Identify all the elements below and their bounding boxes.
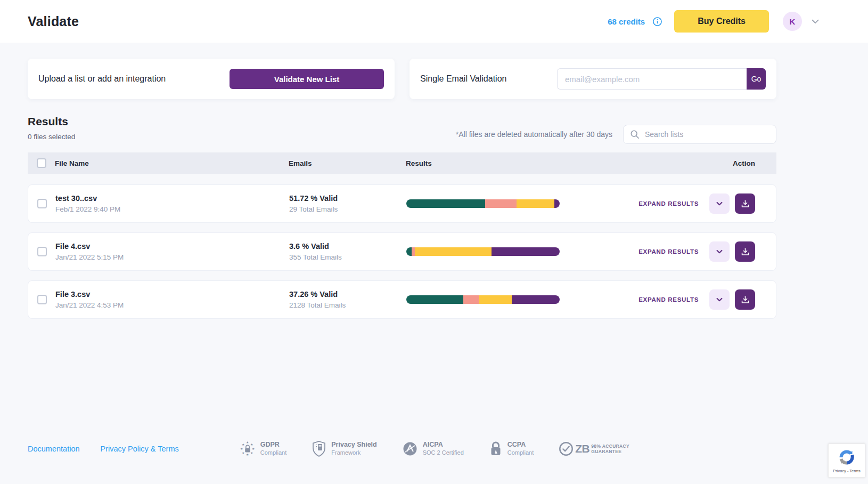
recaptcha-privacy-terms[interactable]: Privacy - Terms [833, 469, 861, 473]
table-row: test 30..csv Feb/1 2022 9:40 PM 51.72 % … [28, 184, 776, 223]
results-title: Results [28, 115, 75, 128]
privacy-shield-badge-text: Privacy Shield Framework [331, 441, 376, 456]
privacy-shield-badge: Privacy Shield Framework [311, 440, 376, 457]
chevron-down-icon [715, 199, 724, 208]
privacy-policy-link[interactable]: Privacy Policy & Terms [101, 445, 179, 453]
svg-text:★: ★ [250, 442, 253, 446]
svg-text:★: ★ [252, 447, 255, 450]
table-row: File 3.csv Jan/21 2022 4:53 PM 37.26 % V… [28, 280, 776, 319]
download-button[interactable] [735, 289, 755, 310]
file-name: File 3.csv [55, 290, 289, 299]
expand-results-link[interactable]: EXPAND RESULTS [638, 200, 699, 207]
bar-segment-teal [406, 295, 463, 304]
file-date: Jan/21 2022 4:53 PM [55, 301, 289, 309]
results-rows: test 30..csv Feb/1 2022 9:40 PM 51.72 % … [28, 184, 776, 319]
file-date: Feb/1 2022 9:40 PM [55, 205, 289, 213]
download-button[interactable] [735, 193, 755, 214]
search-icon [630, 130, 640, 139]
credits-link[interactable]: 68 credits [608, 17, 645, 26]
col-results: Results [406, 159, 733, 167]
svg-text:★: ★ [242, 451, 244, 455]
validate-new-list-button[interactable]: Validate New List [230, 69, 384, 89]
bar-segment-purple [492, 247, 560, 256]
action-group: EXPAND RESULTS [638, 193, 755, 214]
expand-results-link[interactable]: EXPAND RESULTS [638, 248, 699, 255]
svg-text:★: ★ [240, 447, 243, 450]
svg-text:★: ★ [250, 451, 253, 455]
results-bar [406, 247, 560, 256]
top-bar: Validate 68 credits Buy Credits K [0, 0, 868, 43]
download-icon [740, 199, 750, 209]
select-all-checkbox[interactable] [37, 158, 46, 168]
total-emails: 355 Total Emails [289, 253, 406, 261]
file-date: Jan/21 2022 5:15 PM [55, 253, 289, 261]
file-cell: File 4.csv Jan/21 2022 5:15 PM [55, 242, 289, 261]
action-group: EXPAND RESULTS [638, 241, 755, 262]
aicpa-badge-text: AICPA SOC 2 Certified [423, 441, 464, 456]
results-head-left: Results 0 files selected [28, 115, 75, 141]
single-email-label: Single Email Validation [420, 74, 506, 84]
gdpr-badge: ★★★ ★★ ★★★ GDPR Compliant [239, 440, 287, 457]
recaptcha-icon [837, 448, 856, 467]
row-checkbox[interactable] [37, 247, 47, 256]
ccpa-badge-text: CCPA Compliant [507, 441, 534, 456]
buy-credits-button[interactable]: Buy Credits [674, 10, 769, 33]
svg-text:★: ★ [242, 442, 244, 446]
row-checkbox[interactable] [37, 199, 47, 208]
col-emails: Emails [289, 159, 406, 167]
emails-cell: 51.72 % Valid 29 Total Emails [289, 194, 406, 213]
download-icon [740, 247, 750, 257]
search-input[interactable] [645, 130, 769, 139]
emails-cell: 37.26 % Valid 2128 Total Emails [289, 290, 406, 309]
upload-card-label: Upload a list or add an integration [38, 74, 166, 84]
expand-results-link[interactable]: EXPAND RESULTS [638, 296, 699, 303]
aicpa-badge: AICPA SOC 2 Certified [402, 440, 464, 457]
chevron-down-icon [715, 295, 724, 304]
ccpa-badge: CCPA Compliant [488, 440, 534, 457]
bar-segment-salmon [485, 199, 517, 208]
download-button[interactable] [735, 241, 755, 262]
results-head: Results 0 files selected *All files are … [28, 115, 776, 141]
footer: Documentation Privacy Policy & Terms ★★★… [28, 440, 629, 457]
ccpa-lock-icon [488, 440, 503, 457]
compliance-badges: ★★★ ★★ ★★★ GDPR Compliant [239, 440, 629, 457]
avatar[interactable]: K [783, 12, 802, 31]
credits-info-icon[interactable] [652, 17, 662, 27]
svg-text:★: ★ [246, 440, 249, 444]
row-expand-chevron-button[interactable] [709, 241, 730, 262]
top-bar-right: 68 credits Buy Credits K [608, 10, 821, 33]
row-checkbox[interactable] [37, 295, 47, 304]
results-section: Results 0 files selected *All files are … [28, 115, 776, 319]
total-emails: 29 Total Emails [289, 205, 406, 213]
download-icon [740, 295, 750, 305]
total-emails: 2128 Total Emails [289, 301, 406, 309]
table-header: File Name Emails Results Action [28, 152, 776, 174]
action-group: EXPAND RESULTS [638, 289, 755, 310]
valid-percent: 37.26 % Valid [289, 290, 406, 299]
results-bar [406, 295, 560, 304]
svg-text:★: ★ [246, 453, 249, 456]
valid-percent: 3.6 % Valid [289, 242, 406, 251]
row-expand-chevron-button[interactable] [709, 193, 730, 214]
file-cell: File 3.csv Jan/21 2022 4:53 PM [55, 290, 289, 309]
page-title: Validate [28, 14, 79, 29]
privacy-shield-icon [311, 440, 327, 457]
aicpa-soc2-icon [402, 440, 419, 457]
bar-segment-purple [512, 295, 560, 304]
bar-segment-purple [554, 199, 560, 208]
zb-guarantee-text: 98% ACCURACY GUARANTEE [591, 443, 629, 454]
files-selected-count: 0 files selected [28, 133, 75, 141]
single-email-input[interactable] [557, 68, 747, 90]
go-button[interactable]: Go [747, 68, 766, 90]
results-cell: EXPAND RESULTS [406, 193, 776, 214]
row-expand-chevron-button[interactable] [709, 289, 730, 310]
recaptcha-badge[interactable]: Privacy - Terms [828, 443, 865, 478]
account-chevron-down-icon[interactable] [809, 15, 821, 27]
single-email-card: Single Email Validation Go [410, 59, 776, 99]
auto-delete-note: *All files are deleted automatically aft… [456, 130, 612, 139]
single-email-input-group: Go [557, 68, 766, 90]
zb-accuracy-badge: ZB 98% ACCURACY GUARANTEE [558, 441, 629, 457]
results-cell: EXPAND RESULTS [406, 289, 776, 310]
documentation-link[interactable]: Documentation [28, 445, 80, 453]
results-head-right: *All files are deleted automatically aft… [456, 125, 776, 144]
